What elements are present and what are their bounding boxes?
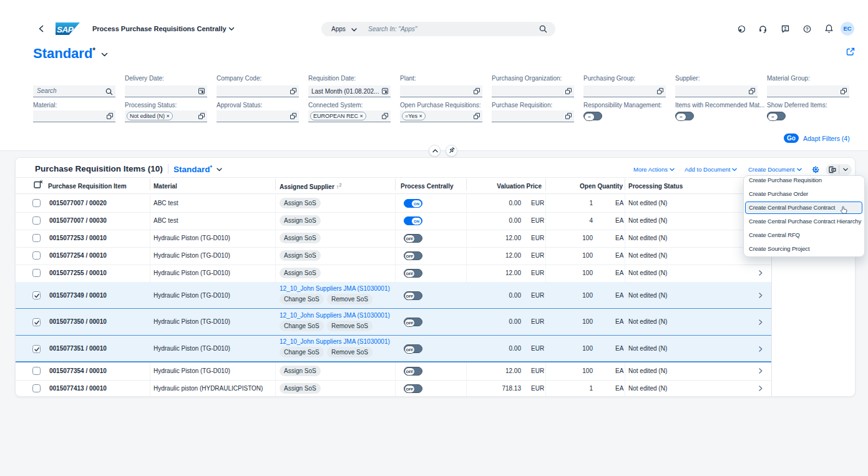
svg-text:SAP: SAP bbox=[57, 25, 74, 34]
svg-text:?: ? bbox=[806, 26, 809, 32]
